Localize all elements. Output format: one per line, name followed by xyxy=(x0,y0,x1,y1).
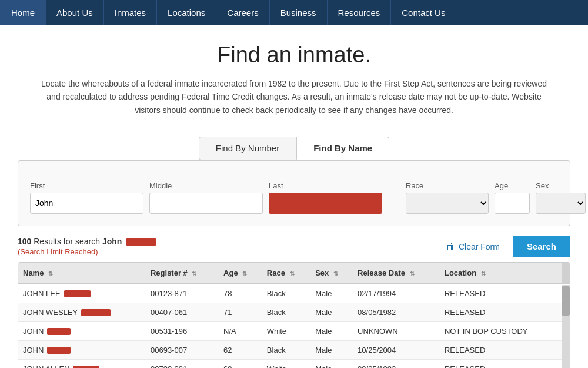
scrollbar-thumb[interactable] xyxy=(562,286,570,316)
name-cell: JOHN xyxy=(23,327,141,336)
nav-about[interactable]: About Us xyxy=(46,0,104,25)
col-age[interactable]: Age ⇅ xyxy=(219,263,262,284)
col-name[interactable]: Name ⇅ xyxy=(18,263,146,284)
middle-name-group: Middle xyxy=(149,181,263,214)
sort-arrows-race: ⇅ xyxy=(290,270,295,277)
page-title: Find an inmate. xyxy=(35,42,553,68)
sex-select[interactable]: Male Female xyxy=(536,193,586,214)
nav-inmates[interactable]: Inmates xyxy=(104,0,157,25)
table-row[interactable]: JOHN00531-196N/AWhiteMaleUNKNOWNNOT IN B… xyxy=(18,322,570,341)
table-row[interactable]: JOHN00693-00762BlackMale10/25/2004RELEAS… xyxy=(18,341,570,360)
cell-sex: Male xyxy=(310,284,353,303)
col-register[interactable]: Register # ⇅ xyxy=(146,263,219,284)
cell-release_date: 02/17/1994 xyxy=(353,284,440,303)
table-scroll-area: Name ⇅ Register # ⇅ Age ⇅ Race ⇅ Sex ⇅ R… xyxy=(18,263,570,368)
cell-age: 68 xyxy=(219,360,262,368)
name-redacted-badge xyxy=(64,290,91,297)
tab-group: Find By Number Find By Name xyxy=(0,137,588,160)
cell-race: Black xyxy=(262,284,310,303)
name-cell: JOHN LEE xyxy=(23,289,141,298)
last-name-input[interactable] xyxy=(269,193,382,214)
cell-register: 00531-196 xyxy=(146,322,219,341)
last-name-group: Last xyxy=(269,181,382,214)
name-cell: JOHN xyxy=(23,346,141,354)
cell-name: JOHN WESLEY xyxy=(18,303,146,322)
cell-race: Black xyxy=(262,341,310,360)
cell-release_date: UNKNOWN xyxy=(353,322,440,341)
name-redacted-badge xyxy=(81,309,111,316)
scrollbar-track[interactable] xyxy=(562,285,570,368)
cell-location: RELEASED xyxy=(440,284,562,303)
nav-locations[interactable]: Locations xyxy=(157,0,216,25)
name-redacted-badge xyxy=(47,347,71,354)
results-count: 100 xyxy=(18,237,31,246)
name-redacted-badge xyxy=(47,328,71,335)
search-limit: (Search Limit Reached) xyxy=(18,247,156,256)
table-row[interactable]: JOHN ALLEN00790-08168WhiteMale08/05/1982… xyxy=(18,360,570,368)
sort-arrows-location: ⇅ xyxy=(481,270,486,277)
nav-careers[interactable]: Careers xyxy=(216,0,269,25)
hero-description: Locate the whereabouts of a federal inma… xyxy=(41,77,547,117)
cell-register: 00693-007 xyxy=(146,341,219,360)
clear-form-button[interactable]: 🗑 Clear Form xyxy=(439,237,507,257)
name-redacted-badge xyxy=(73,366,99,368)
col-location[interactable]: Location ⇅ xyxy=(440,263,562,284)
age-label: Age xyxy=(495,181,530,190)
cell-name: JOHN xyxy=(18,322,146,341)
trash-icon: 🗑 xyxy=(446,241,455,252)
nav-business[interactable]: Business xyxy=(270,0,328,25)
cell-location: NOT IN BOP CUSTODY xyxy=(440,322,562,341)
last-name-label: Last xyxy=(269,181,382,190)
col-release-date[interactable]: Release Date ⇅ xyxy=(353,263,440,284)
cell-age: N/A xyxy=(219,322,262,341)
middle-name-input[interactable] xyxy=(149,193,263,214)
sort-arrows-release: ⇅ xyxy=(410,270,415,277)
table-row[interactable]: JOHN WESLEY00407-06171BlackMale08/05/198… xyxy=(18,303,570,322)
col-sex[interactable]: Sex ⇅ xyxy=(310,263,353,284)
name-cell: JOHN WESLEY xyxy=(23,308,141,317)
cell-race: Black xyxy=(262,303,310,322)
tab-find-by-name[interactable]: Find By Name xyxy=(296,137,389,160)
cell-location: RELEASED xyxy=(440,360,562,368)
cell-release_date: 10/25/2004 xyxy=(353,341,440,360)
cell-location: RELEASED xyxy=(440,303,562,322)
race-group: Race Black White Hispanic Asian Native A… xyxy=(406,181,489,214)
cell-sex: Male xyxy=(310,341,353,360)
cell-race: White xyxy=(262,360,310,368)
cell-name: JOHN ALLEN xyxy=(18,360,146,368)
search-form: First Middle Last Race Black White Hispa… xyxy=(18,160,570,226)
race-select[interactable]: Black White Hispanic Asian Native Americ… xyxy=(406,193,489,214)
table-header: Name ⇅ Register # ⇅ Age ⇅ Race ⇅ Sex ⇅ R… xyxy=(18,263,570,284)
table-row[interactable]: JOHN LEE00123-87178BlackMale02/17/1994RE… xyxy=(18,284,570,303)
cell-register: 00790-081 xyxy=(146,360,219,368)
nav-home[interactable]: Home xyxy=(0,0,46,25)
results-term: John xyxy=(102,237,122,246)
search-button[interactable]: Search xyxy=(513,236,570,257)
col-race[interactable]: Race ⇅ xyxy=(262,263,310,284)
first-name-input[interactable] xyxy=(30,193,143,214)
results-table: Name ⇅ Register # ⇅ Age ⇅ Race ⇅ Sex ⇅ R… xyxy=(18,263,570,368)
sort-arrows-sex: ⇅ xyxy=(333,270,338,277)
cell-register: 00407-061 xyxy=(146,303,219,322)
cell-race: White xyxy=(262,322,310,341)
hero-section: Find an inmate. Locate the whereabouts o… xyxy=(0,25,588,122)
action-buttons: 🗑 Clear Form Search xyxy=(439,236,570,257)
sex-group: Sex Male Female xyxy=(536,181,586,214)
scrollbar-header xyxy=(562,263,570,284)
navigation: Home About Us Inmates Locations Careers … xyxy=(0,0,588,25)
cell-register: 00123-871 xyxy=(146,284,219,303)
cell-age: 71 xyxy=(219,303,262,322)
tab-find-by-number[interactable]: Find By Number xyxy=(199,137,296,160)
results-header: 100 Results for search John (Search Limi… xyxy=(18,236,570,257)
nav-contact[interactable]: Contact Us xyxy=(391,0,456,25)
name-cell: JOHN ALLEN xyxy=(23,364,141,368)
table-body: JOHN LEE00123-87178BlackMale02/17/1994RE… xyxy=(18,284,570,368)
age-input[interactable] xyxy=(495,193,530,214)
cell-release_date: 08/05/1982 xyxy=(353,360,440,368)
nav-resources[interactable]: Resources xyxy=(328,0,392,25)
cell-sex: Male xyxy=(310,303,353,322)
sex-label: Sex xyxy=(536,181,586,190)
cell-name: JOHN xyxy=(18,341,146,360)
cell-location: RELEASED xyxy=(440,341,562,360)
cell-name: JOHN LEE xyxy=(18,284,146,303)
